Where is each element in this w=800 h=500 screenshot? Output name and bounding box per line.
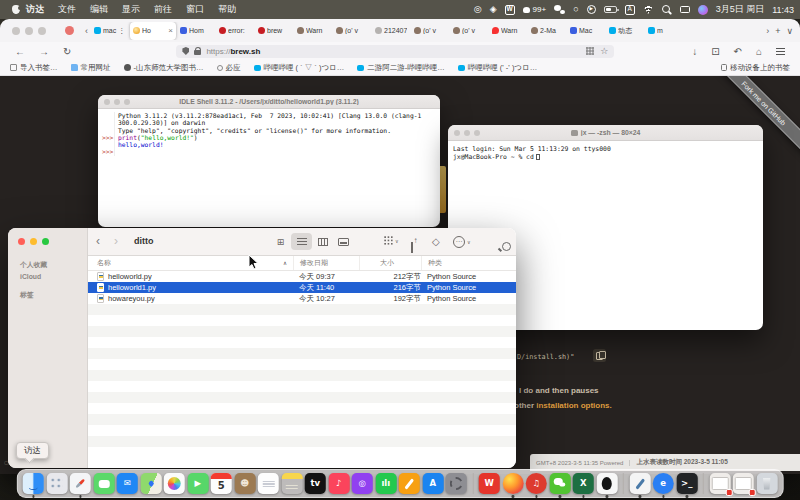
bookmark-item[interactable]: 哔哩哔哩 (' -' )つロ… [458,63,537,73]
sidebar-section-icloud[interactable]: iCloud [20,273,41,280]
sidebar-section-favorites[interactable]: 个人收藏 [20,260,47,270]
browser-tab[interactable]: error: [216,22,254,40]
file-row[interactable]: helloworld1.py今天 11:40216字节Python Source [88,282,516,293]
bookmark-item[interactable]: 必应 [217,63,241,73]
dock-appstore-icon[interactable]: A [422,473,443,494]
finder-minimize-button[interactable] [30,238,37,245]
dock-excel-icon[interactable]: X [573,473,594,494]
dock-notes-icon[interactable] [281,473,302,494]
dock-tv-icon[interactable]: tv [305,473,326,494]
browser-tab[interactable]: 2-Ma [528,22,566,40]
history-icon[interactable]: ↶ [734,46,742,57]
dock-reminders-icon[interactable] [258,473,279,494]
url-bar[interactable]: https:// brew.sh ☆ [176,45,614,58]
dock-terminal-icon[interactable]: >_ [676,473,697,494]
list-view-button[interactable] [291,233,312,250]
column-header-kind[interactable]: 种类 [421,256,516,270]
extensions-icon[interactable] [586,47,594,55]
more-actions-button[interactable]: ⋯∨ [453,236,471,248]
dock-photos-icon[interactable] [164,473,185,494]
browser-tab[interactable]: Hom [177,22,215,40]
siri-icon[interactable] [698,5,708,15]
dock-facetime-icon[interactable]: ▶ [187,473,208,494]
record-icon[interactable]: ◎ [474,5,482,14]
browser-tab[interactable]: (o' v [333,22,371,40]
dock-launchpad-icon[interactable] [46,473,67,494]
dock-mail-icon[interactable]: ✉ [117,473,138,494]
dock-wps-icon[interactable]: W [479,473,500,494]
terminal-title-bar[interactable]: jx — -zsh — 80×24 [448,125,763,141]
menu-item-窗口[interactable]: 窗口 [186,3,204,16]
wifi-icon[interactable] [643,5,654,14]
dock-qq-browser-icon[interactable]: e [653,473,674,494]
column-view-button[interactable] [312,233,333,250]
browser-tab[interactable]: Mac [567,22,605,40]
column-header-date[interactable]: 修改日期 [293,256,359,270]
menu-item-帮助[interactable]: 帮助 [218,3,236,16]
dock-safari-icon[interactable] [70,473,91,494]
tracking-shield-icon[interactable] [182,47,189,55]
menu-item-显示[interactable]: 显示 [122,3,140,16]
dock-idle-python-icon[interactable] [629,473,650,494]
dock-numbers-icon[interactable]: ılı [375,473,396,494]
browser-tab[interactable]: Warn [489,22,527,40]
dock-finder-icon[interactable] [23,473,44,494]
menu-item-前往[interactable]: 前往 [154,3,172,16]
play-icon[interactable]: ▶ [587,5,596,14]
idle-shell-body[interactable]: Python 3.11.2 (v3.11.2:878ead1ac1, Feb 7… [98,109,440,156]
dock-pages-icon[interactable] [399,473,420,494]
circle-icon[interactable]: ○ [573,5,578,14]
finder-zoom-button[interactable] [42,238,49,245]
screenshot-icon[interactable]: ⊡ [711,46,719,57]
bookmark-item[interactable]: -山东师范大学图书… [124,63,204,73]
download-icon[interactable]: ↓ [692,46,697,57]
finder-close-button[interactable] [18,238,25,245]
dock-qq-icon[interactable] [596,473,617,494]
bell-icon[interactable] [523,7,530,13]
browser-tab[interactable]: m [645,22,683,40]
browser-tab[interactable]: (o' v [450,22,488,40]
column-header-name[interactable]: 名称∧ [88,258,293,268]
dock-firefox-icon[interactable] [502,473,523,494]
browser-zoom-button[interactable] [38,27,46,35]
tab-close-icon[interactable]: × [168,26,173,35]
tags-icon[interactable]: ◇ [432,236,440,247]
battery-icon[interactable] [604,6,617,13]
terminal-body[interactable]: Last login: Sun Mar 5 11:13:29 on ttys00… [448,141,763,165]
list-tabs-icon[interactable]: ∨ [786,26,793,36]
spotlight-icon[interactable] [662,5,672,15]
lock-icon[interactable] [194,50,201,55]
bookmark-item[interactable]: 二游阿二游-哔哩哔哩… [357,63,445,73]
dock-netease-music-icon[interactable]: ♫ [526,473,547,494]
dock-music-icon[interactable]: ♪ [328,473,349,494]
browser-tab[interactable]: brew [255,22,293,40]
menu-item-文件[interactable]: 文件 [58,3,76,16]
display-icon[interactable] [680,6,690,13]
browser-minimize-button[interactable] [25,27,33,35]
copy-icon[interactable] [593,349,606,362]
scroll-tabs-right-icon[interactable]: › [766,26,769,36]
finder-forward-icon[interactable]: › [114,235,118,247]
profile-avatar-icon[interactable] [65,26,74,35]
group-by-button[interactable]: ∨ [384,236,399,245]
dock-trash-icon[interactable] [756,473,777,494]
menu-date[interactable]: 3月5日 周日 [716,3,765,16]
browser-tab[interactable]: 2124073 [372,22,410,40]
wechat-status-icon[interactable] [554,5,565,14]
app-menu-icon[interactable] [776,48,785,55]
menu-item-编辑[interactable]: 编辑 [90,3,108,16]
wps-status-icon[interactable]: W [505,5,515,15]
browser-tab[interactable]: (o' v [411,22,449,40]
dock-settings-icon[interactable] [446,473,467,494]
column-header-size[interactable]: 大小 [359,256,421,270]
bookmark-item[interactable]: 导入书签… [10,63,58,73]
installation-options-link[interactable]: installation options. [536,401,612,410]
bookmark-item[interactable]: 哔哩哔哩 ( ´ ▽ ` )つロ… [254,63,345,73]
menu-time[interactable]: 11:43 [772,5,794,15]
browser-tab[interactable]: mac ⋮ [91,22,129,40]
home-icon[interactable]: ⌂ [756,46,762,57]
back-icon[interactable]: ← [15,46,25,57]
dock-messages-icon[interactable] [93,473,114,494]
idle-title-bar[interactable]: IDLE Shell 3.11.2 - /Users/jx/ditto/hell… [98,95,440,109]
compass-icon[interactable]: ◈ [490,5,497,14]
